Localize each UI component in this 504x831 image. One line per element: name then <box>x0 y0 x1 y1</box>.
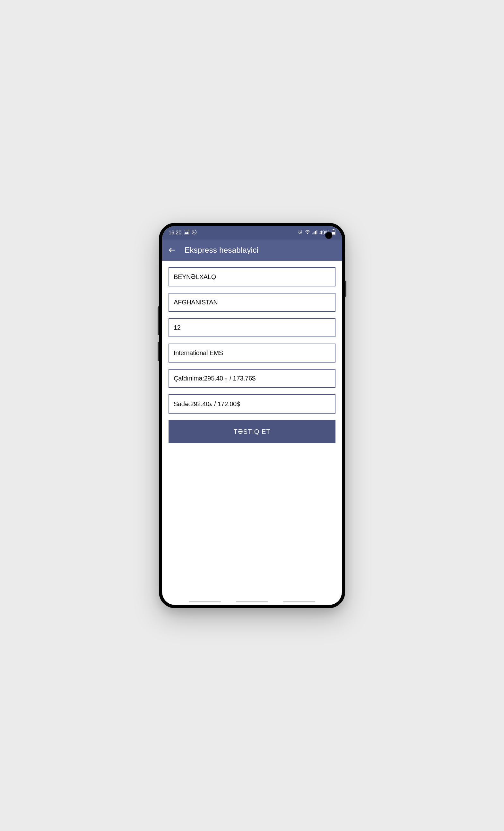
nav-home[interactable] <box>236 601 268 602</box>
delivery-price-output: Çatdırılma:295.40 ₼ / 173.76$ <box>169 369 335 388</box>
phone-volume-up <box>158 306 159 335</box>
service-select[interactable]: International EMS <box>169 344 335 363</box>
nav-recents[interactable] <box>189 601 221 602</box>
status-bar: 16:20 49% <box>162 226 342 239</box>
country-value: AFGHANISTAN <box>174 298 218 306</box>
svg-rect-7 <box>316 230 317 234</box>
phone-frame: 16:20 49% <box>159 223 345 608</box>
service-value: International EMS <box>174 349 223 356</box>
basic-price-output: Sadə:292.40₼ / 172.00$ <box>169 394 335 413</box>
country-select[interactable]: AFGHANISTAN <box>169 293 335 312</box>
whatsapp-icon <box>191 230 197 236</box>
svg-point-1 <box>192 230 196 234</box>
phone-screen: 16:20 49% <box>162 226 342 605</box>
phone-volume-down <box>158 342 159 361</box>
form-content: BEYNƏLXALQ AFGHANISTAN 12 International … <box>162 261 342 450</box>
type-value: BEYNƏLXALQ <box>174 273 216 280</box>
svg-point-3 <box>307 233 308 234</box>
nav-back[interactable] <box>283 601 315 602</box>
wifi-icon <box>305 230 310 236</box>
confirm-label: TƏSTIQ ET <box>234 428 271 435</box>
image-icon <box>184 230 189 236</box>
status-left: 16:20 <box>169 230 197 236</box>
alarm-icon <box>298 230 303 236</box>
type-select[interactable]: BEYNƏLXALQ <box>169 267 335 286</box>
basic-price-value: Sadə:292.40₼ / 172.00$ <box>174 400 240 407</box>
back-arrow-icon[interactable] <box>168 246 176 254</box>
camera-hole <box>325 232 332 239</box>
svg-rect-9 <box>333 229 334 230</box>
nav-bar[interactable] <box>162 601 342 602</box>
app-bar: Ekspress hesablayici <box>162 239 342 261</box>
weight-value: 12 <box>174 324 181 331</box>
signal-icon <box>313 230 318 236</box>
weight-input[interactable]: 12 <box>169 318 335 337</box>
svg-rect-4 <box>313 233 313 234</box>
delivery-price-value: Çatdırılma:295.40 ₼ / 173.76$ <box>174 375 256 382</box>
confirm-button[interactable]: TƏSTIQ ET <box>169 420 335 443</box>
status-time: 16:20 <box>169 230 181 236</box>
phone-power-button <box>345 281 346 297</box>
svg-rect-10 <box>333 232 335 234</box>
svg-rect-5 <box>314 232 315 234</box>
page-title: Ekspress hesablayici <box>185 246 259 255</box>
svg-rect-6 <box>315 231 316 234</box>
